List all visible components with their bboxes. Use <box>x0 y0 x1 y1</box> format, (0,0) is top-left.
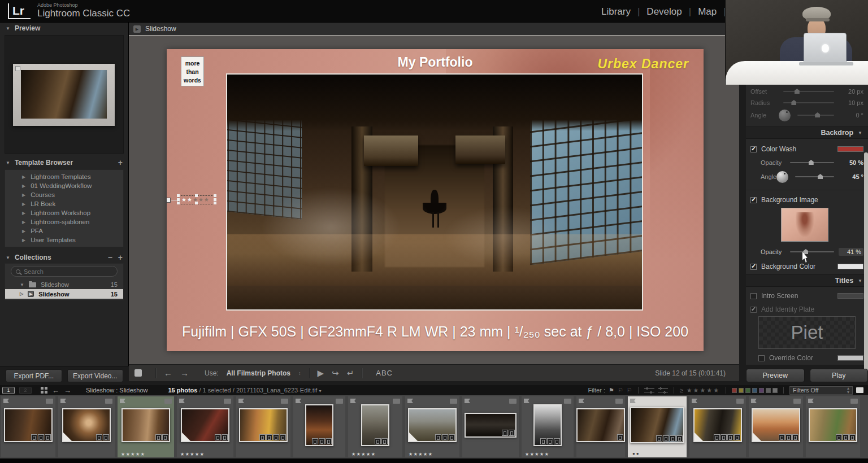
go-forward-arrow[interactable]: → <box>64 386 71 395</box>
filmstrip-thumbnail-cell[interactable]: ★★★★★ <box>522 396 574 457</box>
go-back-arrow[interactable]: ← <box>52 386 59 395</box>
flag-picked-icon[interactable]: ⚑ <box>609 387 614 394</box>
flag-rejected-icon[interactable]: ⚐ <box>627 387 632 394</box>
badge-icon[interactable] <box>554 438 560 444</box>
disclosure-triangle-icon[interactable]: ▶ <box>22 211 25 216</box>
flag-icon[interactable] <box>120 399 125 403</box>
filmstrip-thumbnail-cell[interactable]: ★★★★★ <box>118 396 174 457</box>
flag-icon[interactable] <box>238 399 244 403</box>
previous-slide-button[interactable]: ← <box>164 368 172 378</box>
thumbnail-photo[interactable] <box>752 408 800 442</box>
disclosure-triangle-icon[interactable]: ▶ <box>22 174 25 180</box>
disclosure-triangle-icon[interactable]: ▶ <box>22 184 25 189</box>
grid-view-icon[interactable] <box>41 387 47 394</box>
badge-icon[interactable] <box>714 434 720 440</box>
thumbnail-rating-stars[interactable]: ★★★★★ <box>351 452 376 457</box>
filters-off-dropdown[interactable]: Filters Off ▴▾ <box>789 386 853 395</box>
badge-icon[interactable] <box>547 438 553 444</box>
filmstrip-thumbnail-cell[interactable] <box>58 396 115 457</box>
intro-screen-swatch[interactable] <box>837 293 863 299</box>
thumbnail-rating-stars[interactable]: ★★★★★ <box>409 452 433 457</box>
collections-header[interactable]: ▼ Collections − + <box>0 252 128 263</box>
play-icon[interactable]: ▶ <box>318 368 324 378</box>
filmstrip-thumbnail-cell[interactable] <box>293 396 345 457</box>
template-item[interactable]: ▶LR Boek <box>5 199 123 208</box>
filmstrip-status-dropdown[interactable]: 15 photos / 1 selected / 20171103_Lana_6… <box>168 387 321 394</box>
offset-slider[interactable] <box>783 91 834 92</box>
collections-search[interactable] <box>11 266 118 277</box>
thumbnail-photo[interactable] <box>305 404 333 446</box>
badge-icon[interactable] <box>381 438 388 444</box>
filmstrip-thumbnail-cell[interactable]: ★★★★★ <box>348 396 402 457</box>
flag-icon[interactable] <box>3 399 9 403</box>
template-item[interactable]: ▶Courses <box>5 190 123 199</box>
filmstrip-toggle-icon[interactable] <box>856 387 863 393</box>
badge-icon[interactable] <box>442 434 448 440</box>
flag-icon[interactable] <box>692 399 697 403</box>
stop-icon[interactable] <box>134 369 142 377</box>
badge-icon[interactable] <box>103 434 109 440</box>
background-color-checkbox[interactable] <box>750 264 757 270</box>
badge-icon[interactable] <box>280 434 286 440</box>
badge-icon[interactable] <box>162 434 168 440</box>
badge-icon[interactable] <box>656 435 662 442</box>
template-item[interactable]: ▶Lightroom Templates <box>5 172 123 181</box>
thumbnail-photo[interactable] <box>408 408 457 442</box>
add-template-button[interactable]: + <box>118 158 123 167</box>
filmstrip-thumbnail-cell[interactable] <box>689 396 746 457</box>
flag-icon[interactable] <box>465 399 470 403</box>
badge-icon[interactable] <box>785 434 792 440</box>
add-collection-button[interactable]: + <box>118 253 123 262</box>
color-label-chip[interactable] <box>739 388 744 393</box>
add-identity-plate-checkbox[interactable] <box>750 307 757 313</box>
badge-icon[interactable] <box>45 434 51 440</box>
filmstrip-thumbnail-cell[interactable] <box>749 396 803 457</box>
next-slide-button[interactable]: → <box>180 368 189 378</box>
badge-icon[interactable] <box>312 438 318 444</box>
search-input[interactable] <box>24 268 108 275</box>
badge-icon[interactable] <box>792 434 798 440</box>
wash-angle-slider[interactable] <box>795 176 834 177</box>
override-color-checkbox[interactable] <box>758 355 765 361</box>
titles-section-header[interactable]: Titles ▼ <box>746 274 868 287</box>
preview-panel-header[interactable]: ▼ Preview <box>0 23 128 34</box>
thumbnail-photo[interactable] <box>62 408 111 442</box>
disclosure-triangle-icon[interactable]: ▶ <box>22 202 25 207</box>
thumbnail-photo[interactable] <box>4 408 53 442</box>
flag-icon[interactable] <box>524 399 530 403</box>
bg-opacity-slider[interactable] <box>790 251 834 252</box>
collection-set-row[interactable]: ▼ Slideshow 15 <box>5 280 123 289</box>
filmstrip-thumbnail-cell[interactable]: ●● <box>628 396 687 457</box>
flag-icon[interactable] <box>179 399 185 403</box>
flag-icon[interactable] <box>579 399 584 403</box>
disclosure-triangle-icon[interactable]: ▶ <box>22 229 25 234</box>
slide-subtitle-text[interactable]: Urbex Dancer <box>597 56 689 72</box>
angle-slider[interactable] <box>797 115 834 116</box>
badge-icon[interactable] <box>779 434 785 440</box>
thumbnail-photo[interactable] <box>576 408 625 442</box>
identity-plate-preview[interactable]: Piet <box>758 316 856 349</box>
disclosure-triangle-icon[interactable]: ▼ <box>20 282 24 287</box>
background-color-swatch[interactable] <box>837 264 863 269</box>
badge-icon[interactable] <box>502 430 508 436</box>
use-value-dropdown[interactable]: All Filmstrip Photos <box>227 369 290 377</box>
template-item[interactable]: ▶Lightroom Workshop <box>5 208 123 217</box>
badge-icon[interactable] <box>435 434 441 440</box>
rotate-left-icon[interactable]: ↪ <box>332 368 339 378</box>
backdrop-section-header[interactable]: Backdrop ▼ <box>746 126 868 139</box>
flag-icon[interactable] <box>350 399 356 403</box>
angle-knob[interactable] <box>779 110 791 121</box>
color-label-chip[interactable] <box>759 388 764 393</box>
badge-icon[interactable] <box>540 438 546 444</box>
badge-icon[interactable] <box>676 435 683 442</box>
color-wash-swatch[interactable] <box>837 146 863 152</box>
color-label-chip[interactable] <box>732 388 737 393</box>
badge-icon[interactable] <box>849 434 856 440</box>
thumbnail-photo[interactable] <box>361 404 389 446</box>
thumbnail-photo[interactable] <box>121 408 170 442</box>
rating-ge-label[interactable]: ≥ <box>680 387 683 394</box>
thumbnail-rating-stars[interactable]: ★★★★★ <box>121 452 145 457</box>
badge-icon[interactable] <box>727 434 734 440</box>
badge-icon[interactable] <box>843 434 849 440</box>
color-label-chip[interactable] <box>766 388 771 393</box>
